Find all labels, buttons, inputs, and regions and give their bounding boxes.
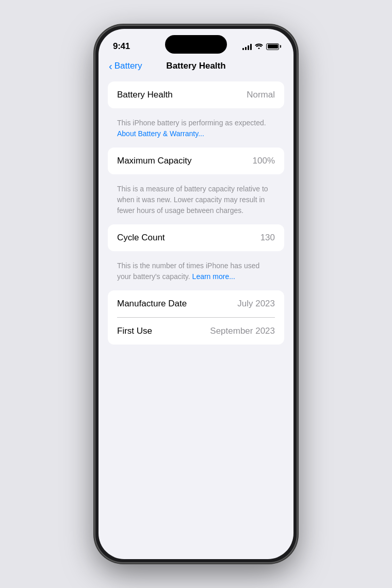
back-button[interactable]: ‹ Battery xyxy=(109,61,142,71)
cycle-count-row: Cycle Count 130 xyxy=(108,224,284,251)
content-area: Battery Health Normal This iPhone batter… xyxy=(99,77,293,359)
battery-health-description-text: This iPhone battery is performing as exp… xyxy=(117,119,266,127)
status-icons xyxy=(242,42,279,51)
maximum-capacity-row: Maximum Capacity 100% xyxy=(108,148,284,174)
signal-bar-3 xyxy=(248,45,249,50)
learn-more-link[interactable]: Learn more... xyxy=(192,272,235,281)
signal-bars-icon xyxy=(242,43,252,50)
signal-bar-2 xyxy=(245,47,247,50)
maximum-capacity-label: Maximum Capacity xyxy=(117,156,192,166)
battery-health-row: Battery Health Normal xyxy=(108,81,284,108)
first-use-row: First Use September 2023 xyxy=(108,318,284,345)
first-use-value: September 2023 xyxy=(210,326,275,336)
manufacture-date-label: Manufacture Date xyxy=(117,299,187,309)
back-label: Battery xyxy=(115,61,142,71)
phone-screen: 9:41 xyxy=(99,29,293,559)
page-title: Battery Health xyxy=(166,61,225,71)
battery-health-label: Battery Health xyxy=(117,90,173,100)
cycle-count-card: Cycle Count 130 xyxy=(108,224,284,251)
battery-warranty-link[interactable]: About Battery & Warranty... xyxy=(117,129,204,138)
signal-bar-4 xyxy=(250,44,252,50)
maximum-capacity-value: 100% xyxy=(253,156,275,166)
battery-health-value: Normal xyxy=(247,90,275,100)
status-bar: 9:41 xyxy=(99,29,293,57)
manufacture-date-row: Manufacture Date July 2023 xyxy=(108,290,284,317)
navigation-bar: ‹ Battery Battery Health xyxy=(99,57,293,77)
battery-status-icon xyxy=(266,43,279,50)
wifi-icon xyxy=(255,42,263,51)
status-time: 9:41 xyxy=(113,41,130,52)
cycle-count-label: Cycle Count xyxy=(117,233,165,243)
dynamic-island xyxy=(165,35,227,54)
cycle-count-description: This is the number of times iPhone has u… xyxy=(108,255,284,290)
manufacture-date-value: July 2023 xyxy=(237,299,275,309)
maximum-capacity-description-text: This is a measure of battery capacity re… xyxy=(117,185,268,215)
dates-card: Manufacture Date July 2023 First Use Sep… xyxy=(108,290,284,345)
signal-bar-1 xyxy=(242,48,244,50)
cycle-count-description-text: This is the number of times iPhone has u… xyxy=(117,262,259,281)
battery-health-card: Battery Health Normal xyxy=(108,81,284,108)
battery-health-description: This iPhone battery is performing as exp… xyxy=(108,112,284,148)
maximum-capacity-description: This is a measure of battery capacity re… xyxy=(108,178,284,224)
battery-fill xyxy=(268,44,278,48)
maximum-capacity-card: Maximum Capacity 100% xyxy=(108,148,284,174)
first-use-label: First Use xyxy=(117,326,152,336)
phone-frame: 9:41 xyxy=(95,26,297,562)
back-chevron-icon: ‹ xyxy=(109,61,112,71)
cycle-count-value: 130 xyxy=(260,233,275,243)
